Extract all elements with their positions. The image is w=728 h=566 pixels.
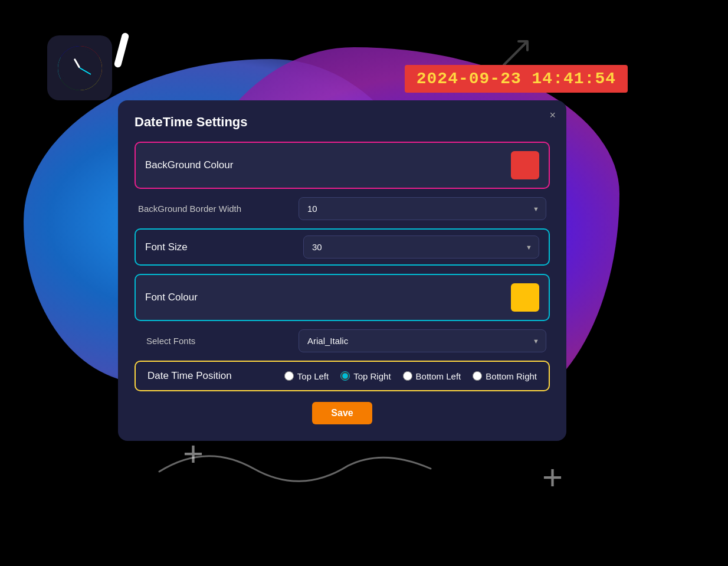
select-fonts-label: Select Fonts	[146, 336, 195, 346]
bg-border-width-row: BackGround Border Width 5 10 15 20 25 30	[135, 197, 550, 220]
background-colour-swatch[interactable]	[511, 151, 539, 179]
position-top-right-label: Top Right	[353, 371, 391, 381]
close-button[interactable]: ×	[549, 110, 556, 120]
position-top-right-radio[interactable]	[340, 371, 350, 381]
settings-dialog: DateTime Settings × BackGround Colour Ba…	[118, 100, 566, 441]
select-fonts-select[interactable]: Arial Arial_Italic Arial_Bold Times New …	[299, 329, 546, 352]
position-bottom-left[interactable]: Bottom Left	[403, 371, 461, 381]
select-fonts-select-wrapper: Arial Arial_Italic Arial_Bold Times New …	[299, 329, 546, 352]
position-bottom-right[interactable]: Bottom Right	[473, 371, 537, 381]
clock-hour-hand	[74, 58, 81, 68]
position-bottom-left-radio[interactable]	[403, 371, 412, 381]
position-bottom-left-label: Bottom Left	[416, 371, 461, 381]
font-size-select-wrapper: 10 15 20 25 30 35 40 45 50	[303, 235, 539, 259]
position-top-right[interactable]: Top Right	[340, 371, 391, 381]
position-label: Date Time Position	[147, 370, 232, 382]
bg-border-width-select[interactable]: 5 10 15 20 25 30	[299, 197, 546, 220]
save-button[interactable]: Save	[312, 402, 372, 424]
save-button-wrapper: Save	[135, 402, 550, 424]
font-size-label: Font Size	[145, 241, 188, 253]
background-colour-row: BackGround Colour	[135, 142, 550, 189]
clock-minute-hand	[80, 67, 91, 75]
squiggle-deco	[147, 436, 442, 483]
cross-right-deco	[542, 460, 563, 495]
clock-app-icon	[47, 35, 112, 100]
pen-deco	[113, 32, 129, 68]
position-bottom-right-radio[interactable]	[473, 371, 482, 381]
bg-border-width-label: BackGround Border Width	[138, 204, 241, 214]
position-top-left-label: Top Left	[297, 371, 329, 381]
position-row: Date Time Position Top Left Top Right Bo…	[135, 361, 550, 391]
font-size-select[interactable]: 10 15 20 25 30 35 40 45 50	[303, 235, 539, 259]
position-bottom-right-label: Bottom Right	[486, 371, 537, 381]
position-top-left-radio[interactable]	[284, 371, 294, 381]
font-size-row: Font Size 10 15 20 25 30 35 40 45 50	[135, 228, 550, 266]
position-radio-group: Top Left Top Right Bottom Left Bottom Ri…	[250, 371, 537, 381]
datetime-display: 2024-09-23 14:41:54	[405, 65, 628, 93]
select-fonts-row: Select Fonts Arial Arial_Italic Arial_Bo…	[135, 329, 550, 352]
font-colour-row: Font Colour	[135, 274, 550, 321]
position-top-left[interactable]: Top Left	[284, 371, 329, 381]
bg-border-width-select-wrapper: 5 10 15 20 25 30	[299, 197, 546, 220]
font-colour-swatch[interactable]	[511, 283, 539, 312]
font-colour-label: Font Colour	[145, 292, 198, 303]
background-colour-label: BackGround Colour	[145, 159, 233, 171]
dialog-title: DateTime Settings	[135, 114, 550, 130]
